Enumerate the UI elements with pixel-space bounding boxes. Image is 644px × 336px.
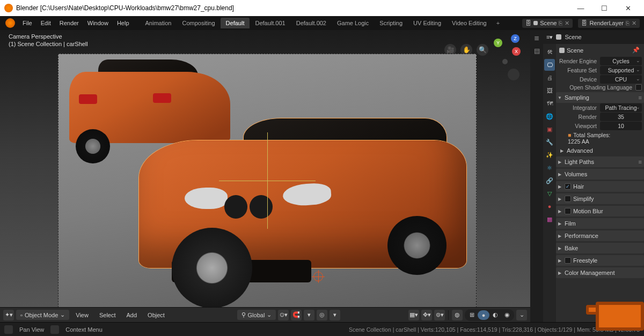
menu-help[interactable]: Help [113, 18, 134, 28]
axis-neg[interactable] [502, 59, 508, 64]
tab-mesh-icon[interactable]: ▽ [544, 188, 555, 199]
tab-tool-icon[interactable]: 🛠 [544, 46, 555, 58]
menu-add[interactable]: Add [122, 310, 142, 320]
object-visibility-icon[interactable]: ▦▾ [408, 310, 419, 320]
tab-output-icon[interactable]: 🖨 [544, 72, 555, 84]
pin-icon[interactable]: 📌 [632, 47, 641, 54]
workspace-tab[interactable]: Compositing [177, 18, 220, 28]
integrator-dropdown[interactable]: Path Tracing [600, 103, 642, 112]
tab-modifiers-icon[interactable]: 🔧 [544, 136, 555, 148]
shading-mode-pills: ⊞ ● ◐ ◉ [465, 309, 514, 321]
snap-toggle[interactable]: 🧲 [291, 310, 302, 320]
simplify-checkbox[interactable] [565, 196, 571, 202]
shade-solid-icon[interactable]: ● [478, 310, 489, 320]
shade-wireframe-icon[interactable]: ⊞ [466, 310, 478, 320]
hair-panel[interactable]: ▶✓Hair [556, 181, 644, 192]
color-panel[interactable]: ▶Color Management [556, 267, 644, 278]
filter-icon[interactable]: ▤ [531, 45, 542, 57]
close-button[interactable]: ✕ [616, 0, 640, 16]
outliner-editor-icon[interactable]: ≣ [531, 32, 542, 44]
tab-physics-icon[interactable]: ⚛ [544, 162, 555, 174]
workspace-add-button[interactable]: + [492, 18, 504, 28]
overlay-toggle[interactable]: ⊜▾ [434, 310, 445, 320]
presets-icon[interactable]: ≡ [639, 159, 643, 165]
proportional-selector[interactable]: ▾ [330, 310, 340, 320]
feature-dropdown[interactable]: Supported [600, 66, 642, 74]
film-panel[interactable]: ▶Film [556, 218, 644, 229]
scene-new-icon[interactable]: ⎘ [559, 20, 562, 26]
tab-particles-icon[interactable]: ✨ [544, 149, 555, 161]
orbit-gizmo[interactable]: Z Y X [493, 35, 522, 64]
sampling-panel-header[interactable]: ▼Sampling≡ [556, 92, 644, 103]
advanced-subpanel[interactable]: ▶Advanced [558, 146, 642, 155]
menu-select[interactable]: Select [95, 310, 120, 320]
workspace-tab[interactable]: Game Logic [332, 18, 374, 28]
freestyle-panel[interactable]: ▶Freestyle [556, 255, 644, 266]
toggle-perspective-icon[interactable] [508, 69, 519, 80]
axis-z[interactable]: Z [511, 34, 519, 43]
pivot-selector[interactable]: ⊙▾ [278, 310, 289, 320]
viewlayer-selector[interactable]: 🗄 RenderLayer ⎘ ✕ [578, 19, 640, 28]
layer-new-icon[interactable]: ⎘ [626, 20, 630, 26]
workspace-tab[interactable]: Default.001 [250, 18, 290, 28]
presets-icon[interactable]: ≡ [639, 94, 643, 101]
tab-world-icon[interactable]: 🌐 [544, 110, 555, 122]
motionblur-panel[interactable]: ▶Motion Blur [556, 206, 644, 216]
zoom-icon[interactable]: 🔍 [477, 44, 488, 56]
scene-selector[interactable]: 🗄 Scene ⎘ ✕ [522, 19, 573, 28]
axis-y[interactable]: Y [494, 39, 502, 47]
workspace-tab[interactable]: Scripting [374, 18, 408, 28]
shade-lookdev-icon[interactable]: ◐ [489, 310, 501, 320]
shade-rendered-icon[interactable]: ◉ [501, 310, 513, 320]
menu-file[interactable]: File [18, 18, 36, 28]
tab-texture-icon[interactable]: ▩ [544, 213, 555, 225]
props-editor-type-icon[interactable]: ≡▾ [546, 34, 553, 41]
tab-constraints-icon[interactable]: 🔗 [544, 175, 555, 186]
menu-object[interactable]: Object [143, 310, 169, 320]
tab-viewlayer-icon[interactable]: 🖼 [544, 85, 555, 96]
layer-browse-icon: 🗄 [581, 20, 587, 26]
tab-scene-icon[interactable]: 🗺 [544, 98, 555, 109]
performance-panel[interactable]: ▶Performance [556, 230, 644, 241]
viewport-samples-input[interactable]: 10 [600, 122, 642, 130]
proportional-toggle[interactable]: ◎ [317, 310, 327, 320]
viewport-3d[interactable]: 🎥 ✋ 🔍 Z Y X [0, 30, 530, 307]
motionblur-checkbox[interactable] [565, 208, 571, 214]
volumes-panel[interactable]: ▶Volumes [556, 169, 644, 180]
blender-logo-icon[interactable] [5, 18, 15, 28]
osl-checkbox[interactable] [635, 84, 642, 91]
shading-options-icon[interactable]: ⌄ [516, 310, 527, 320]
engine-dropdown[interactable]: Cycles [600, 57, 642, 65]
tab-render-icon[interactable]: 🖵 [544, 59, 555, 71]
hair-checkbox[interactable]: ✓ [565, 183, 571, 190]
scene-delete-icon[interactable]: ✕ [565, 20, 569, 27]
render-samples-input[interactable]: 35 [600, 113, 642, 121]
simplify-panel[interactable]: ▶Simplify [556, 193, 644, 204]
snap-selector[interactable]: ▾ [304, 310, 314, 320]
minimize-button[interactable]: — [569, 0, 592, 16]
bake-panel[interactable]: ▶Bake [556, 243, 644, 253]
freestyle-checkbox[interactable] [565, 257, 571, 264]
menu-edit[interactable]: Edit [36, 18, 55, 28]
menu-window[interactable]: Window [83, 18, 113, 28]
mode-selector[interactable]: ▫ Object Mode ⌄ [16, 310, 69, 320]
tab-material-icon[interactable]: ● [544, 200, 555, 212]
workspace-tab[interactable]: UV Editing [408, 18, 447, 28]
maximize-button[interactable]: ☐ [592, 0, 616, 16]
axis-x[interactable]: X [512, 47, 521, 56]
device-dropdown[interactable]: CPU [600, 75, 642, 84]
menu-view[interactable]: View [71, 310, 93, 320]
tab-object-icon[interactable]: ▣ [544, 123, 555, 135]
xray-toggle[interactable]: ◍ [452, 310, 463, 320]
orientation-selector[interactable]: ⚲ Global ⌄ [237, 310, 276, 320]
editor-type-selector[interactable]: ✦▾ [3, 310, 14, 320]
workspace-tab[interactable]: Animation [140, 18, 177, 28]
gizmo-toggle[interactable]: ✥▾ [421, 310, 432, 320]
lightpaths-panel[interactable]: ▶Light Paths≡ [556, 156, 644, 167]
menu-render[interactable]: Render [55, 18, 83, 28]
workspace-tab[interactable]: Default.002 [291, 18, 332, 28]
workspace-tab[interactable]: Video Editing [447, 18, 492, 28]
workspace-tab-active[interactable]: Default [221, 18, 250, 28]
warning-icon: ■ [568, 132, 571, 138]
layer-delete-icon[interactable]: ✕ [632, 20, 636, 27]
